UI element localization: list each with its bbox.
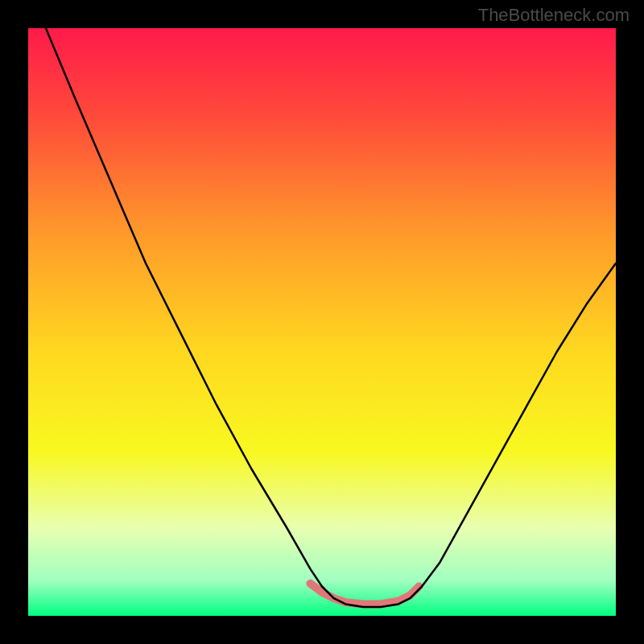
- bottleneck-curve: [46, 28, 616, 607]
- chart-container: [28, 28, 616, 616]
- watermark-text: TheBottleneck.com: [478, 5, 630, 26]
- curve-layer: [28, 28, 616, 616]
